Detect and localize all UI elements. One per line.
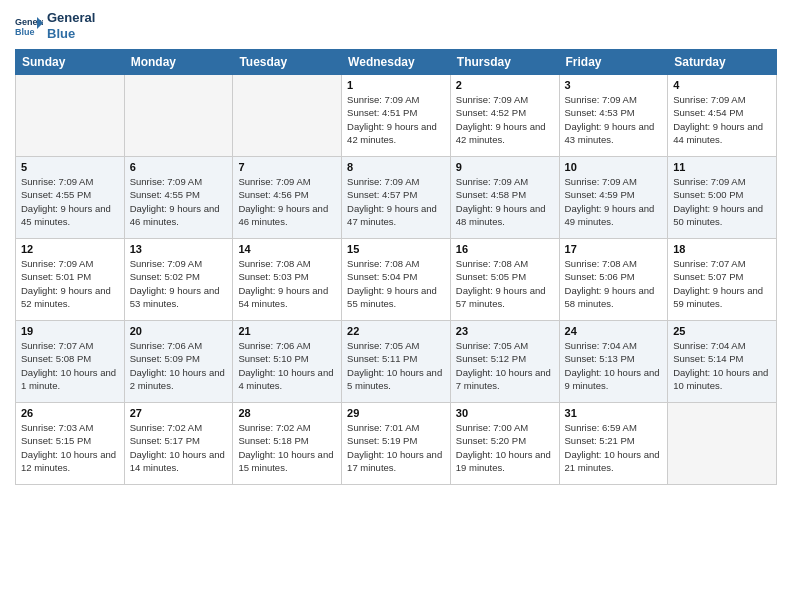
day-number: 3 xyxy=(565,79,663,91)
calendar-cell: 6Sunrise: 7:09 AM Sunset: 4:55 PM Daylig… xyxy=(124,157,233,239)
calendar-cell: 25Sunrise: 7:04 AM Sunset: 5:14 PM Dayli… xyxy=(668,321,777,403)
calendar-cell: 16Sunrise: 7:08 AM Sunset: 5:05 PM Dayli… xyxy=(450,239,559,321)
calendar-cell: 27Sunrise: 7:02 AM Sunset: 5:17 PM Dayli… xyxy=(124,403,233,485)
calendar-body: 1Sunrise: 7:09 AM Sunset: 4:51 PM Daylig… xyxy=(16,75,777,485)
calendar-cell: 26Sunrise: 7:03 AM Sunset: 5:15 PM Dayli… xyxy=(16,403,125,485)
day-info: Sunrise: 7:05 AM Sunset: 5:11 PM Dayligh… xyxy=(347,339,445,392)
day-number: 21 xyxy=(238,325,336,337)
day-number: 25 xyxy=(673,325,771,337)
day-number: 6 xyxy=(130,161,228,173)
day-info: Sunrise: 7:09 AM Sunset: 5:02 PM Dayligh… xyxy=(130,257,228,310)
weekday-header-monday: Monday xyxy=(124,50,233,75)
calendar-cell xyxy=(668,403,777,485)
day-info: Sunrise: 7:02 AM Sunset: 5:17 PM Dayligh… xyxy=(130,421,228,474)
calendar-cell: 10Sunrise: 7:09 AM Sunset: 4:59 PM Dayli… xyxy=(559,157,668,239)
calendar-cell: 28Sunrise: 7:02 AM Sunset: 5:18 PM Dayli… xyxy=(233,403,342,485)
header: General Blue General Blue xyxy=(15,10,777,41)
day-number: 15 xyxy=(347,243,445,255)
day-info: Sunrise: 7:09 AM Sunset: 4:58 PM Dayligh… xyxy=(456,175,554,228)
calendar-cell: 8Sunrise: 7:09 AM Sunset: 4:57 PM Daylig… xyxy=(342,157,451,239)
calendar-cell: 30Sunrise: 7:00 AM Sunset: 5:20 PM Dayli… xyxy=(450,403,559,485)
calendar-cell: 18Sunrise: 7:07 AM Sunset: 5:07 PM Dayli… xyxy=(668,239,777,321)
calendar-cell: 2Sunrise: 7:09 AM Sunset: 4:52 PM Daylig… xyxy=(450,75,559,157)
day-info: Sunrise: 6:59 AM Sunset: 5:21 PM Dayligh… xyxy=(565,421,663,474)
day-number: 27 xyxy=(130,407,228,419)
calendar-container: General Blue General Blue SundayMondayTu… xyxy=(0,0,792,612)
logo-icon: General Blue xyxy=(15,15,43,37)
day-number: 18 xyxy=(673,243,771,255)
day-info: Sunrise: 7:07 AM Sunset: 5:08 PM Dayligh… xyxy=(21,339,119,392)
day-number: 22 xyxy=(347,325,445,337)
day-number: 7 xyxy=(238,161,336,173)
calendar-cell: 13Sunrise: 7:09 AM Sunset: 5:02 PM Dayli… xyxy=(124,239,233,321)
day-info: Sunrise: 7:08 AM Sunset: 5:03 PM Dayligh… xyxy=(238,257,336,310)
calendar-cell: 23Sunrise: 7:05 AM Sunset: 5:12 PM Dayli… xyxy=(450,321,559,403)
day-info: Sunrise: 7:04 AM Sunset: 5:14 PM Dayligh… xyxy=(673,339,771,392)
calendar-cell: 24Sunrise: 7:04 AM Sunset: 5:13 PM Dayli… xyxy=(559,321,668,403)
day-info: Sunrise: 7:08 AM Sunset: 5:06 PM Dayligh… xyxy=(565,257,663,310)
calendar-cell: 7Sunrise: 7:09 AM Sunset: 4:56 PM Daylig… xyxy=(233,157,342,239)
day-info: Sunrise: 7:09 AM Sunset: 4:56 PM Dayligh… xyxy=(238,175,336,228)
day-info: Sunrise: 7:00 AM Sunset: 5:20 PM Dayligh… xyxy=(456,421,554,474)
day-info: Sunrise: 7:09 AM Sunset: 4:51 PM Dayligh… xyxy=(347,93,445,146)
calendar-cell: 12Sunrise: 7:09 AM Sunset: 5:01 PM Dayli… xyxy=(16,239,125,321)
day-number: 10 xyxy=(565,161,663,173)
day-info: Sunrise: 7:09 AM Sunset: 4:54 PM Dayligh… xyxy=(673,93,771,146)
day-number: 13 xyxy=(130,243,228,255)
day-info: Sunrise: 7:09 AM Sunset: 5:00 PM Dayligh… xyxy=(673,175,771,228)
weekday-header-tuesday: Tuesday xyxy=(233,50,342,75)
calendar-cell: 9Sunrise: 7:09 AM Sunset: 4:58 PM Daylig… xyxy=(450,157,559,239)
calendar-cell xyxy=(124,75,233,157)
calendar-cell xyxy=(16,75,125,157)
calendar-cell: 21Sunrise: 7:06 AM Sunset: 5:10 PM Dayli… xyxy=(233,321,342,403)
day-info: Sunrise: 7:09 AM Sunset: 4:59 PM Dayligh… xyxy=(565,175,663,228)
day-info: Sunrise: 7:09 AM Sunset: 4:55 PM Dayligh… xyxy=(21,175,119,228)
day-info: Sunrise: 7:09 AM Sunset: 4:55 PM Dayligh… xyxy=(130,175,228,228)
day-number: 23 xyxy=(456,325,554,337)
calendar-cell: 11Sunrise: 7:09 AM Sunset: 5:00 PM Dayli… xyxy=(668,157,777,239)
day-number: 16 xyxy=(456,243,554,255)
day-number: 28 xyxy=(238,407,336,419)
day-number: 24 xyxy=(565,325,663,337)
day-number: 26 xyxy=(21,407,119,419)
day-number: 9 xyxy=(456,161,554,173)
day-number: 12 xyxy=(21,243,119,255)
weekday-header-sunday: Sunday xyxy=(16,50,125,75)
day-number: 1 xyxy=(347,79,445,91)
calendar-cell xyxy=(233,75,342,157)
day-info: Sunrise: 7:01 AM Sunset: 5:19 PM Dayligh… xyxy=(347,421,445,474)
calendar-week-5: 26Sunrise: 7:03 AM Sunset: 5:15 PM Dayli… xyxy=(16,403,777,485)
svg-text:Blue: Blue xyxy=(15,27,35,37)
weekday-header-friday: Friday xyxy=(559,50,668,75)
calendar-week-2: 5Sunrise: 7:09 AM Sunset: 4:55 PM Daylig… xyxy=(16,157,777,239)
day-number: 17 xyxy=(565,243,663,255)
calendar-cell: 22Sunrise: 7:05 AM Sunset: 5:11 PM Dayli… xyxy=(342,321,451,403)
weekday-header-thursday: Thursday xyxy=(450,50,559,75)
logo-general: General xyxy=(47,10,95,26)
day-number: 5 xyxy=(21,161,119,173)
calendar-table: SundayMondayTuesdayWednesdayThursdayFrid… xyxy=(15,49,777,485)
weekday-header-wednesday: Wednesday xyxy=(342,50,451,75)
day-number: 11 xyxy=(673,161,771,173)
day-number: 31 xyxy=(565,407,663,419)
day-info: Sunrise: 7:04 AM Sunset: 5:13 PM Dayligh… xyxy=(565,339,663,392)
day-info: Sunrise: 7:03 AM Sunset: 5:15 PM Dayligh… xyxy=(21,421,119,474)
day-info: Sunrise: 7:02 AM Sunset: 5:18 PM Dayligh… xyxy=(238,421,336,474)
day-number: 8 xyxy=(347,161,445,173)
logo: General Blue General Blue xyxy=(15,10,95,41)
day-number: 14 xyxy=(238,243,336,255)
calendar-cell: 17Sunrise: 7:08 AM Sunset: 5:06 PM Dayli… xyxy=(559,239,668,321)
calendar-cell: 15Sunrise: 7:08 AM Sunset: 5:04 PM Dayli… xyxy=(342,239,451,321)
calendar-week-1: 1Sunrise: 7:09 AM Sunset: 4:51 PM Daylig… xyxy=(16,75,777,157)
day-info: Sunrise: 7:09 AM Sunset: 4:52 PM Dayligh… xyxy=(456,93,554,146)
day-info: Sunrise: 7:08 AM Sunset: 5:05 PM Dayligh… xyxy=(456,257,554,310)
day-info: Sunrise: 7:06 AM Sunset: 5:09 PM Dayligh… xyxy=(130,339,228,392)
calendar-week-3: 12Sunrise: 7:09 AM Sunset: 5:01 PM Dayli… xyxy=(16,239,777,321)
calendar-cell: 19Sunrise: 7:07 AM Sunset: 5:08 PM Dayli… xyxy=(16,321,125,403)
day-number: 2 xyxy=(456,79,554,91)
day-info: Sunrise: 7:07 AM Sunset: 5:07 PM Dayligh… xyxy=(673,257,771,310)
weekday-header-row: SundayMondayTuesdayWednesdayThursdayFrid… xyxy=(16,50,777,75)
day-number: 4 xyxy=(673,79,771,91)
day-number: 19 xyxy=(21,325,119,337)
day-info: Sunrise: 7:08 AM Sunset: 5:04 PM Dayligh… xyxy=(347,257,445,310)
